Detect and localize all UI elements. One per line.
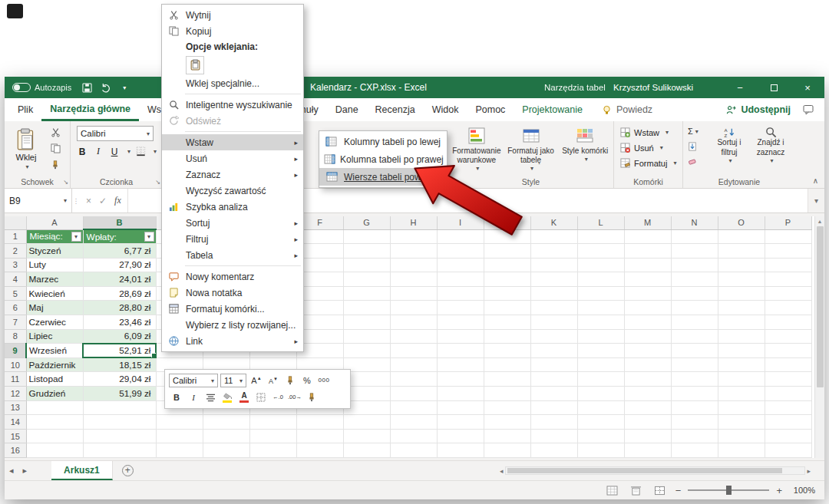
italic-button[interactable]: I (186, 390, 201, 405)
cell-L7[interactable] (577, 315, 624, 330)
cell-I11[interactable] (437, 372, 484, 387)
mini-font-size-select[interactable]: 11 ▾ (220, 374, 246, 387)
row-header-14[interactable]: 14 (5, 415, 26, 430)
cell-J10[interactable] (484, 357, 530, 372)
cell-L8[interactable] (577, 329, 624, 344)
cell-O12[interactable] (718, 387, 765, 401)
menu-item-wyczysc-zawartosc[interactable]: Wyczyść zawartość (162, 183, 303, 199)
row-header-11[interactable]: 11 (5, 372, 26, 387)
cell-O14[interactable] (718, 415, 765, 430)
cell-I6[interactable] (437, 301, 484, 315)
zoom-slider[interactable] (688, 489, 769, 491)
font-dialog-launcher[interactable]: ↘ (155, 179, 160, 186)
cell-B7[interactable]: 23,46 zł (83, 315, 156, 330)
autosave-toggle[interactable]: Autozapis (12, 83, 71, 92)
menu-item-usun[interactable]: Usuń▸ (162, 150, 303, 166)
cell-J3[interactable] (484, 258, 530, 272)
paste-button[interactable]: Wklej ▾ (9, 125, 43, 173)
column-header-A[interactable]: A (26, 216, 83, 229)
cell-H11[interactable] (390, 372, 437, 387)
cell-N3[interactable] (671, 258, 718, 272)
borders-dropdown-icon[interactable]: ▾ (154, 148, 157, 155)
cell-M16[interactable] (624, 443, 671, 458)
column-header-B[interactable]: B (83, 216, 156, 229)
menu-item-wytnij[interactable]: Wytnij (162, 7, 303, 23)
cell-B11[interactable]: 29,04 zł (83, 372, 156, 387)
cell-N9[interactable] (671, 344, 718, 358)
clear-button[interactable] (688, 156, 697, 168)
cell-N5[interactable] (671, 286, 718, 301)
menu-item-tabela[interactable]: Tabela▸ (162, 247, 303, 263)
align-center-button[interactable] (203, 390, 218, 405)
cell-H10[interactable] (390, 357, 437, 372)
cell-N12[interactable] (671, 387, 718, 401)
ribbon-button-znajdz-i-zaznacz[interactable]: Znajdź i zaznacz▾ (751, 125, 791, 176)
format-painter-button[interactable] (304, 390, 319, 405)
cell-L10[interactable] (577, 357, 624, 372)
menu-item-link[interactable]: Link▸ (162, 333, 303, 349)
percent-button[interactable]: % (299, 374, 315, 388)
ribbon-button-formatuj[interactable]: Formatuj▾ (620, 156, 679, 170)
scroll-up-icon[interactable]: ▲ (817, 216, 823, 226)
cell-O3[interactable] (718, 258, 765, 272)
cell-N7[interactable] (671, 315, 718, 330)
name-box[interactable]: B9 ▾ (5, 189, 72, 212)
cell-G5[interactable] (343, 286, 390, 301)
select-all-corner[interactable] (5, 216, 26, 229)
format-painter-button[interactable] (282, 374, 298, 388)
zoom-slider-thumb[interactable] (726, 486, 732, 495)
ribbon-button-wstaw[interactable]: Wstaw▾ (620, 126, 679, 139)
cell-B2[interactable]: 6,77 zł (83, 244, 156, 259)
page-layout-view-icon[interactable] (628, 483, 645, 497)
cell-G16[interactable] (343, 443, 390, 458)
cell-A8[interactable]: Lipiec (26, 329, 83, 344)
cell-H5[interactable] (390, 286, 437, 301)
row-header-4[interactable]: 4 (5, 272, 26, 287)
cell-A16[interactable] (26, 443, 83, 458)
cell-G7[interactable] (343, 315, 390, 330)
cell-J16[interactable] (484, 443, 530, 458)
menu-item-odswiez[interactable]: Odśwież (162, 113, 303, 129)
cell-O15[interactable] (718, 429, 765, 443)
row-header-13[interactable]: 13 (5, 400, 26, 415)
save-icon[interactable] (82, 83, 92, 93)
submenu-item-kolumny-tabeli-po-lewej[interactable]: Kolumny tabeli po lewej (319, 133, 447, 150)
cell-C15[interactable] (156, 429, 203, 443)
cell-A14[interactable] (26, 415, 83, 430)
row-header-16[interactable]: 16 (5, 443, 26, 458)
row-header-6[interactable]: 6 (5, 301, 26, 315)
cell-K6[interactable] (530, 301, 577, 315)
cell-M14[interactable] (624, 415, 671, 430)
sheet-nav-left-icon[interactable]: ◂ (5, 466, 18, 476)
font-increase-button[interactable]: A▲ (249, 374, 264, 388)
tab-widok[interactable]: Widok (424, 98, 467, 121)
column-header-M[interactable]: M (624, 216, 671, 229)
cell-J13[interactable] (484, 400, 530, 415)
cell-O9[interactable] (718, 344, 765, 358)
cell-B3[interactable]: 27,90 zł (83, 258, 156, 272)
scroll-right-icon[interactable]: ▸ (807, 467, 811, 475)
cell-P2[interactable] (765, 244, 811, 259)
cell-P6[interactable] (765, 301, 811, 315)
cell-M10[interactable] (624, 357, 671, 372)
tell-me-box[interactable]: Powiedz (602, 98, 652, 121)
row-header-9[interactable]: 9 (5, 344, 26, 358)
cell-N2[interactable] (671, 244, 718, 259)
cell-I2[interactable] (437, 244, 484, 259)
menu-item-formatuj-komorki[interactable]: Formatuj komórki... (162, 301, 303, 317)
menu-item-sortuj[interactable]: Sortuj▸ (162, 215, 303, 231)
cell-G9[interactable] (343, 344, 390, 358)
cell-B14[interactable] (83, 415, 156, 430)
autosum-button[interactable]: Σ (688, 127, 693, 136)
cell-O5[interactable] (718, 286, 765, 301)
zoom-in-button[interactable]: + (776, 485, 782, 496)
row-header-2[interactable]: 2 (5, 244, 26, 259)
cell-N15[interactable] (671, 429, 718, 443)
mini-font-name-select[interactable]: Calibri ▾ (169, 374, 218, 387)
row-header-7[interactable]: 7 (5, 315, 26, 330)
cell-P7[interactable] (765, 315, 811, 330)
cell-O8[interactable] (718, 329, 765, 344)
cell-L5[interactable] (577, 286, 624, 301)
cell-A11[interactable]: Listopad (26, 372, 83, 387)
cell-M9[interactable] (624, 344, 671, 358)
